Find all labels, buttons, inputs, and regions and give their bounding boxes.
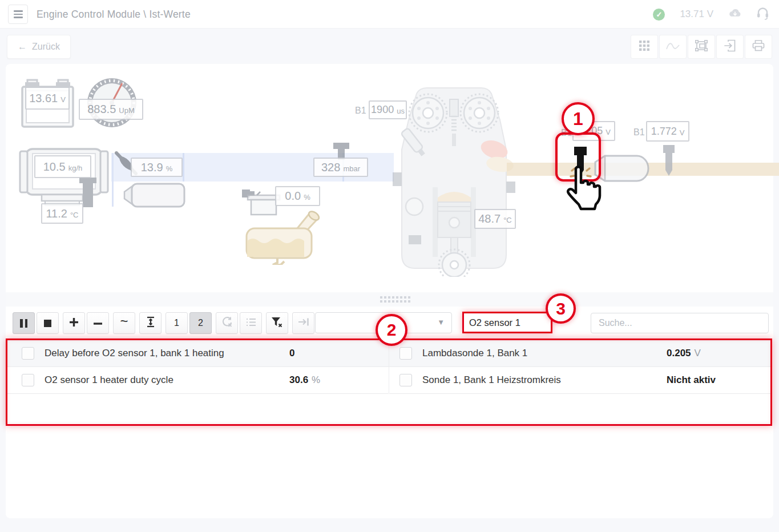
o2-sensor-post-icon (661, 144, 677, 177)
throttle-position-badge[interactable]: 13.9% (131, 158, 183, 177)
tilde-icon: ~ (120, 319, 128, 328)
injection-bank-label: B1 (355, 106, 366, 116)
export-button[interactable] (716, 35, 744, 59)
headset-icon[interactable] (757, 6, 769, 22)
engine-block-illustration (393, 86, 515, 277)
pause-button[interactable] (13, 312, 35, 334)
intake-segment-divider (183, 153, 184, 182)
back-arrow-icon: ← (18, 42, 27, 52)
jump-to-end-button[interactable] (292, 312, 314, 334)
connection-status-check-icon: ✓ (653, 9, 665, 21)
top-bar: Engine Control Module \ Ist-Werte ✓ 13.7… (0, 0, 779, 29)
callout-1: 1 (562, 102, 595, 135)
o2-post-voltage-badge[interactable]: 1.772V (646, 121, 689, 142)
reset-values-button[interactable] (216, 312, 238, 334)
add-value-button[interactable] (63, 312, 85, 334)
arrow-to-bar-icon (298, 317, 309, 329)
callout-3: 3 (546, 293, 576, 324)
app-window: Engine Control Module \ Ist-Werte ✓ 13.7… (0, 0, 779, 532)
search-input[interactable] (591, 318, 768, 328)
idle-actuator-icon (122, 182, 186, 209)
engine-speed-badge[interactable]: 883.5UpM (79, 99, 143, 120)
manifold-pressure-badge[interactable]: 328mbar (313, 158, 368, 177)
panel-splitter[interactable] (6, 292, 773, 307)
cloud-download-icon[interactable] (728, 8, 742, 21)
plus-icon (69, 317, 79, 329)
annotation-highlight-filter-input (462, 312, 552, 333)
value-filter-input[interactable] (464, 317, 551, 328)
text-height-icon (146, 316, 156, 330)
min-max-button[interactable] (139, 312, 162, 334)
list-icon (246, 318, 256, 329)
stop-button[interactable] (37, 312, 59, 334)
one-column-button[interactable]: 1 (166, 312, 188, 334)
curve-chart-icon (666, 41, 680, 53)
callout-2: 2 (376, 314, 407, 346)
reset-icon (221, 316, 233, 330)
annotation-highlight-table (6, 338, 772, 426)
stop-icon (44, 320, 51, 327)
two-columns-button[interactable]: 2 (189, 312, 212, 334)
coolant-tank-icon (242, 203, 328, 265)
injection-time-badge[interactable]: 1900us (369, 100, 407, 119)
coolant-temp-badge[interactable]: 48.7°C (474, 209, 516, 229)
intake-temp-badge[interactable]: 11.2°C (41, 203, 83, 224)
splitter-grip-icon (380, 296, 410, 303)
battery-voltage-indicator: 13.71 V (680, 9, 713, 20)
curve-mode-button[interactable]: ~ (113, 312, 135, 334)
minus-icon (93, 318, 103, 328)
filter-x-icon (271, 317, 283, 330)
frame-select-icon (695, 40, 708, 54)
back-button[interactable]: ← Zurück (7, 35, 71, 59)
print-button[interactable] (745, 35, 772, 59)
chevron-down-icon: ▼ (437, 318, 445, 327)
purge-valve-badge[interactable]: 0.0% (275, 186, 320, 206)
clear-filter-button[interactable] (266, 312, 288, 334)
printer-icon (752, 40, 765, 54)
grid-view-button[interactable] (631, 35, 658, 59)
list-view-button[interactable] (240, 312, 262, 334)
layout-select-button[interactable] (688, 35, 715, 59)
air-mass-badge[interactable]: 10.5kg/h (34, 155, 91, 178)
battery-voltage-badge[interactable]: 13.61V (25, 87, 70, 110)
hand-cursor-icon (561, 164, 602, 213)
remove-value-button[interactable] (87, 312, 109, 334)
breadcrumb: Engine Control Module \ Ist-Werte (37, 0, 191, 29)
values-toolbar: ~ 1 2 (13, 312, 314, 334)
export-document-icon (724, 39, 736, 54)
o2-post-bank-label: B1 (633, 127, 645, 138)
grid-icon (639, 41, 649, 53)
menu-button[interactable] (8, 5, 28, 24)
pause-icon (20, 319, 27, 328)
curve-view-button[interactable] (659, 35, 687, 59)
search-field (591, 313, 769, 333)
